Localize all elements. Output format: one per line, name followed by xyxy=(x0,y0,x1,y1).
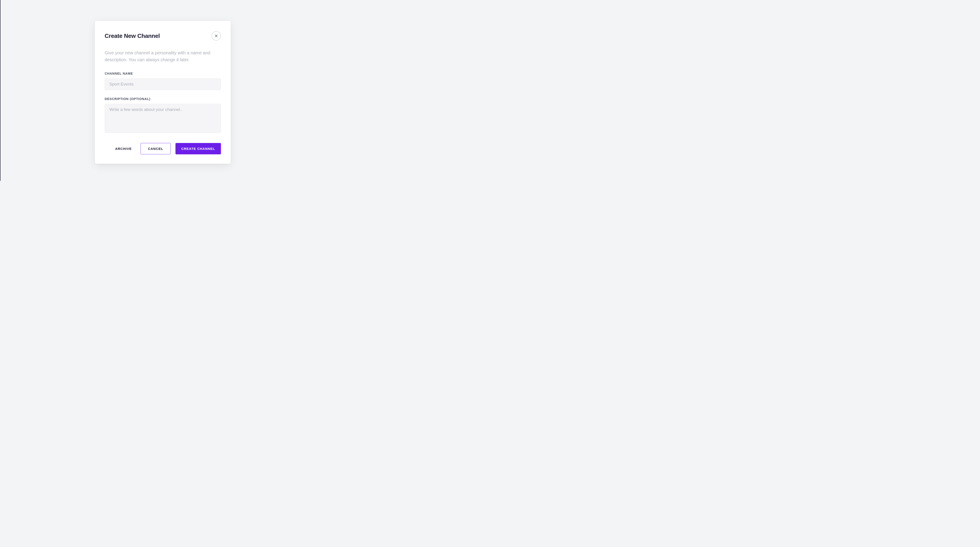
channel-name-group: CHANNEL NAME xyxy=(105,72,221,90)
description-group: DESCRIPTION (OPTIONAL) xyxy=(105,97,221,134)
channel-name-label: CHANNEL NAME xyxy=(105,72,221,75)
create-channel-modal: Create New Channel Give your new channel… xyxy=(95,21,231,164)
archive-button[interactable]: ARCHIVE xyxy=(111,143,136,154)
cancel-button[interactable]: CANCEL xyxy=(140,143,170,154)
create-channel-button[interactable]: CREATE CHANNEL xyxy=(175,143,221,154)
modal-footer: ARCHIVE CANCEL CREATE CHANNEL xyxy=(105,143,221,154)
close-button[interactable] xyxy=(212,31,221,41)
modal-subtitle: Give your new channel a personality with… xyxy=(105,49,221,63)
channel-name-input[interactable] xyxy=(105,78,221,90)
description-label: DESCRIPTION (OPTIONAL) xyxy=(105,97,221,101)
close-icon xyxy=(215,34,218,38)
modal-header: Create New Channel xyxy=(105,31,221,41)
modal-title: Create New Channel xyxy=(105,32,160,40)
description-input[interactable] xyxy=(105,104,221,133)
